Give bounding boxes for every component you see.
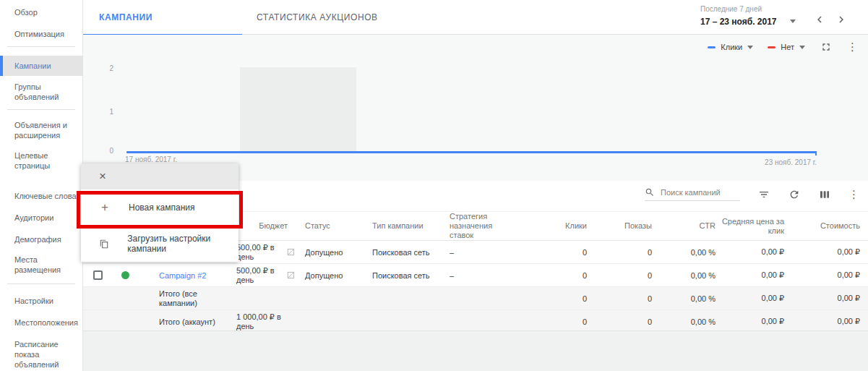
sidebar-item-placements[interactable]: Места размещения xyxy=(0,255,82,275)
sidebar-item-ads-extensions[interactable]: Объявления и расширения xyxy=(0,120,82,140)
metric-secondary-label: Нет xyxy=(781,43,794,51)
sidebar-nav: Обзор Оптимизация Кампании Группы объявл… xyxy=(0,0,83,371)
cell-name: Итого (аккаунт) xyxy=(135,310,236,333)
header-type[interactable]: Тип кампании xyxy=(366,212,442,241)
cell-avg-cpc: 0,00 ₽ xyxy=(716,241,784,264)
cell-status-dot xyxy=(115,287,135,310)
menu-item-label: Загрузить настройки кампании xyxy=(127,234,239,254)
sidebar-item-demographics[interactable]: Демография xyxy=(0,234,82,244)
header-status[interactable]: Статус xyxy=(298,212,366,241)
cell-status: Допущено xyxy=(298,241,366,264)
performance-chart: Клики Нет ⋮ 2 1 0 17 нояб. 2017 г. 23 н xyxy=(83,35,868,181)
table-menu-button[interactable]: ⋮ xyxy=(848,188,859,201)
sidebar-item-settings[interactable]: Настройки xyxy=(0,296,82,306)
cell-status xyxy=(298,287,366,310)
sidebar-item-campaigns[interactable]: Кампании xyxy=(0,56,82,76)
legend-dash-blue xyxy=(708,46,716,48)
sidebar-item-optimization[interactable]: Оптимизация xyxy=(0,29,82,39)
sidebar-item-overview[interactable]: Обзор xyxy=(0,7,82,17)
header-budget[interactable]: Бюджет xyxy=(236,212,298,241)
cell-cost: 0,00 ₽ xyxy=(784,310,868,333)
sidebar-item-landing-pages[interactable]: Целевые страницы xyxy=(0,150,82,171)
cell-budget: 500,00 ₽ в день xyxy=(236,241,298,264)
chart-menu-button[interactable]: ⋮ xyxy=(847,40,858,54)
cell-type: Поисковая сеть xyxy=(366,264,442,287)
cell-status-dot xyxy=(115,310,135,333)
table-row-total-account: Итого (аккаунт) 1 000,00 ₽ в день 0 0 0,… xyxy=(83,310,868,333)
cell-type: Поисковая сеть xyxy=(366,241,442,264)
search-input[interactable] xyxy=(661,188,740,197)
filter-button[interactable] xyxy=(757,188,770,201)
chart-hover-window xyxy=(240,67,356,152)
cell-clicks: 0 xyxy=(515,264,587,287)
sidebar-item-ad-schedule[interactable]: Расписание показа объявлений xyxy=(0,339,82,370)
table-row-campaign-2: Campaign #2 500,00 ₽ в день Допущено Пои… xyxy=(83,264,868,287)
budget-value: 500,00 ₽ в день xyxy=(236,266,283,284)
metric-selector-primary[interactable]: Клики xyxy=(708,43,753,51)
chart-controls: Клики Нет ⋮ xyxy=(708,40,858,54)
sidebar-item-ad-groups[interactable]: Группы объявлений xyxy=(0,82,82,102)
cell-clicks: 0 xyxy=(515,310,587,333)
cell-budget: 500,00 ₽ в день xyxy=(236,264,298,287)
fullscreen-button[interactable] xyxy=(820,40,833,54)
status-enabled-icon xyxy=(121,271,129,279)
header-cost[interactable]: Стоимость xyxy=(784,212,868,241)
row-checkbox[interactable] xyxy=(93,270,103,280)
plus-icon: + xyxy=(99,200,111,215)
search-icon xyxy=(645,187,655,197)
date-next-button[interactable] xyxy=(835,13,848,26)
fullscreen-icon xyxy=(820,41,832,53)
metric-selector-secondary[interactable]: Нет xyxy=(768,43,805,51)
clicks-series-line xyxy=(126,151,817,153)
menu-item-upload-settings[interactable]: Загрузить настройки кампании xyxy=(81,226,239,262)
cell-status xyxy=(298,310,366,333)
tab-auction-stats[interactable]: СТАТИСТИКА АУКЦИОНОВ xyxy=(257,0,378,35)
y-axis-tick: 2 xyxy=(98,64,113,72)
legend-dash-red xyxy=(768,46,775,48)
popup-header: × xyxy=(81,163,239,189)
header-ctr[interactable]: CTR xyxy=(652,212,716,241)
header-strategy[interactable]: Стратегия назначения ставок xyxy=(442,212,515,241)
header-impressions[interactable]: Показы xyxy=(587,212,652,241)
cell-impressions: 0 xyxy=(587,287,652,310)
date-range-value: 17 – 23 нояб. 2017 xyxy=(700,17,777,27)
filter-icon xyxy=(758,189,770,200)
refresh-button[interactable] xyxy=(788,188,801,201)
cell-checkbox xyxy=(83,310,115,333)
chevron-right-icon xyxy=(835,13,848,26)
header-avg-cpc[interactable]: Средняя цена за клик xyxy=(716,212,784,241)
cell-impressions: 0 xyxy=(587,241,652,264)
y-axis-tick: 0 xyxy=(98,147,113,155)
budget-edit-icon[interactable] xyxy=(287,270,295,280)
cell-strategy: – xyxy=(442,241,515,264)
cell-clicks: 0 xyxy=(515,241,587,264)
date-prev-button[interactable] xyxy=(813,13,826,26)
cell-name: Итого (все кампании) xyxy=(135,287,236,310)
columns-button[interactable] xyxy=(818,188,831,201)
close-icon[interactable]: × xyxy=(95,169,110,184)
sidebar-item-locations[interactable]: Местоположения xyxy=(0,317,82,328)
cell-strategy xyxy=(442,287,515,310)
chevron-down-icon[interactable] xyxy=(790,20,796,23)
campaign-link[interactable]: Campaign #2 xyxy=(159,271,206,280)
cell-status: Допущено xyxy=(298,264,366,287)
cell-budget: 1 000,00 ₽ в день xyxy=(236,310,298,333)
sidebar-divider xyxy=(7,283,75,284)
tab-campaigns[interactable]: КАМПАНИИ xyxy=(83,0,242,35)
sidebar-divider xyxy=(7,109,75,110)
search-box xyxy=(645,187,740,201)
chevron-down-icon xyxy=(799,46,805,49)
date-range-picker[interactable]: Последние 7 дней 17 – 23 нояб. 2017 xyxy=(700,5,796,27)
cell-checkbox xyxy=(83,287,115,310)
cell-cost: 0,00 ₽ xyxy=(784,241,868,264)
cell-avg-cpc: 0,00 ₽ xyxy=(716,287,784,310)
cell-ctr: 0,00 % xyxy=(652,310,716,333)
header-clicks[interactable]: Клики xyxy=(515,212,587,241)
menu-item-new-campaign[interactable]: + Новая кампания xyxy=(81,189,239,226)
sidebar-item-audiences[interactable]: Аудитории xyxy=(0,213,82,223)
budget-edit-icon[interactable] xyxy=(287,247,295,257)
chevron-down-icon xyxy=(747,46,753,49)
new-campaign-popup: × + Новая кампания Загрузить настройки к… xyxy=(81,163,239,262)
metric-primary-label: Клики xyxy=(721,43,742,51)
sidebar-item-keywords[interactable]: Ключевые слова xyxy=(0,191,82,201)
